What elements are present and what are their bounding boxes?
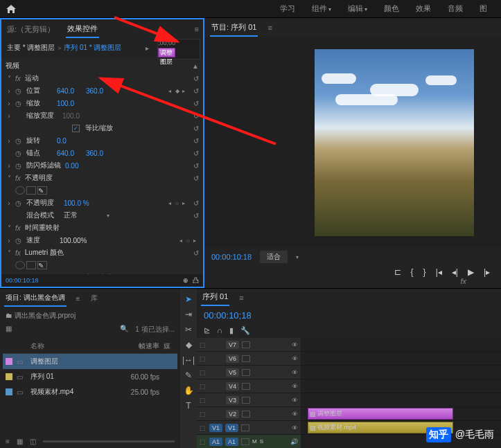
sync-lock-icon[interactable] (242, 369, 250, 376)
effect-controls-tab[interactable]: 效果控件 (66, 21, 99, 38)
eye-icon[interactable]: 👁 (292, 424, 298, 431)
track-lane[interactable]: ▧调整图层 (301, 407, 501, 420)
timeline-timecode[interactable]: 00:00:10;18 (204, 310, 252, 321)
program-timecode[interactable]: 00:00:10:18 (211, 253, 252, 261)
track-target[interactable]: V3 (226, 396, 239, 404)
sequence-clip-link[interactable]: 序列 01 * 调整图层 (64, 43, 121, 53)
play-button[interactable]: ▶ (468, 267, 474, 277)
reset-icon[interactable]: ↺ (193, 137, 199, 145)
col-dur[interactable]: 媒 (164, 341, 175, 351)
mute-button[interactable]: M (252, 438, 257, 445)
go-in-icon[interactable]: |◂ (436, 267, 442, 277)
step-fwd-icon[interactable]: |▸ (484, 267, 490, 277)
track-target[interactable]: V7 (226, 341, 239, 349)
reset-icon[interactable]: ↺ (193, 212, 199, 219)
solo-button[interactable]: S (260, 438, 263, 445)
ws-tab-color[interactable]: 颜色 (376, 1, 407, 17)
mark-in-icon[interactable]: ⊏ (394, 267, 401, 277)
position-y-value[interactable]: 360.0 (86, 87, 103, 95)
stopwatch-icon[interactable]: ◷ (15, 150, 24, 157)
label-swatch[interactable] (6, 373, 12, 380)
reset-icon[interactable]: ↺ (193, 75, 199, 82)
track-lane[interactable] (301, 352, 501, 365)
track-header[interactable]: ⬚A1A1MS🔊 (197, 435, 301, 448)
ws-tab-effects[interactable]: 效果 (407, 1, 439, 17)
reset-icon[interactable]: ↺ (193, 150, 199, 157)
icon-view-icon[interactable]: ▦ (17, 438, 23, 445)
track-lane[interactable] (301, 338, 501, 351)
reset-icon[interactable]: ↺ (193, 199, 199, 207)
step-back-icon[interactable]: ◂| (452, 267, 458, 277)
lock-icon[interactable]: ⬚ (200, 341, 206, 348)
position-x-value[interactable]: 640.0 (57, 87, 83, 95)
eye-icon[interactable]: 👁 (292, 369, 298, 376)
scale-value[interactable]: 100.0 (57, 100, 83, 107)
track-target[interactable]: V1 (225, 424, 238, 432)
antiflicker-value[interactable]: 0.00 (65, 162, 91, 170)
pen-tool-icon[interactable]: ✎ (185, 370, 192, 380)
reset-icon[interactable]: ↺ (193, 125, 199, 132)
timeremap-effect[interactable]: ˅fx时间重映射 (1, 222, 203, 234)
ripple-tool-icon[interactable]: ✂ (185, 325, 192, 334)
anchor-y-value[interactable]: 360.0 (86, 150, 103, 157)
list-view-icon[interactable]: ≡ (6, 438, 10, 445)
motion-effect[interactable]: ˅fx运动↺ (1, 72, 203, 84)
uniform-scale-checkbox[interactable]: ✓ (72, 125, 80, 132)
opacity-value[interactable]: 100.0 % (64, 199, 90, 207)
source-tab[interactable]: 源:（无剪辑） (6, 21, 56, 37)
filter-icon[interactable]: ▦ (6, 325, 12, 334)
selection-tool-icon[interactable]: ➤ (185, 294, 192, 304)
lock-icon[interactable]: ⬚ (200, 369, 206, 376)
ws-tab-edit[interactable]: 编辑 (340, 1, 376, 17)
slip-tool-icon[interactable]: |↔| (182, 355, 195, 365)
effect-mini-timeline[interactable]: ;00;00 调整图层 (157, 39, 200, 60)
sync-lock-icon[interactable] (241, 424, 249, 431)
panel-menu-icon[interactable]: ≡ (76, 295, 80, 303)
ellipse-mask-button[interactable] (15, 261, 25, 269)
opacity-effect[interactable]: ˅fx不透明度↺ (1, 172, 203, 184)
track-target[interactable]: A1 (225, 438, 238, 446)
lock-icon[interactable]: ⬚ (200, 411, 206, 418)
zoom-out-icon[interactable]: 凸 (193, 276, 199, 285)
program-monitor-view[interactable] (204, 37, 501, 248)
reset-icon[interactable]: ↺ (193, 174, 199, 182)
program-tab[interactable]: 节目: 序列 01 (210, 19, 258, 37)
ws-tab-learn[interactable]: 学习 (272, 1, 304, 17)
lock-icon[interactable]: ⬚ (200, 424, 206, 431)
zoom-in-icon[interactable]: ⊕ (183, 277, 188, 284)
mark-clip-icon[interactable]: } (423, 267, 426, 277)
track-target[interactable]: V6 (226, 355, 239, 363)
sync-lock-icon[interactable] (242, 383, 250, 390)
sync-lock-icon[interactable] (242, 397, 250, 404)
project-header-row[interactable]: 名称 帧速率 媒 (3, 339, 177, 354)
snap-icon[interactable]: ⊵ (204, 326, 210, 335)
reset-icon[interactable]: ↺ (193, 100, 199, 107)
panel-menu-icon[interactable]: ≡ (267, 24, 272, 32)
sync-lock-icon[interactable] (242, 411, 250, 418)
track-target[interactable]: V5 (226, 368, 239, 377)
track-target[interactable]: V4 (226, 382, 239, 391)
ws-tab-audio[interactable]: 音频 (439, 1, 471, 17)
pen-mask-button[interactable]: ✎ (37, 261, 47, 269)
eye-icon[interactable]: 👁 (292, 383, 298, 390)
reset-icon[interactable]: ↺ (193, 112, 199, 120)
speed-value[interactable]: 100.00% (60, 237, 87, 244)
project-item[interactable]: ▭视频素材.mp425.00 fps (3, 384, 177, 400)
stopwatch-icon[interactable]: ◷ (15, 199, 24, 207)
track-lane[interactable] (301, 366, 501, 379)
type-tool-icon[interactable]: T (186, 401, 191, 411)
pen-mask-button[interactable]: ✎ (37, 186, 47, 195)
track-target[interactable]: V2 (226, 410, 239, 418)
search-icon[interactable]: 🔍 (120, 325, 128, 334)
effect-timecode[interactable]: 00:00:10:18 (6, 277, 39, 284)
lock-icon[interactable]: ⬚ (200, 383, 206, 390)
eye-icon[interactable]: 👁 (292, 355, 298, 362)
lumetri-effect[interactable]: ˅fxLumetri 颜色↺ (1, 247, 203, 259)
stopwatch-icon[interactable]: ◷ (15, 137, 24, 145)
eye-icon[interactable]: 👁 (292, 411, 298, 418)
marker-icon[interactable]: ▮ (229, 326, 234, 335)
project-tab[interactable]: 项目: 调出黑金色调 (4, 290, 67, 307)
project-item[interactable]: ▭调整图层 (3, 354, 177, 369)
home-icon[interactable] (6, 4, 17, 14)
blend-mode-select[interactable]: 正常 (64, 210, 90, 220)
